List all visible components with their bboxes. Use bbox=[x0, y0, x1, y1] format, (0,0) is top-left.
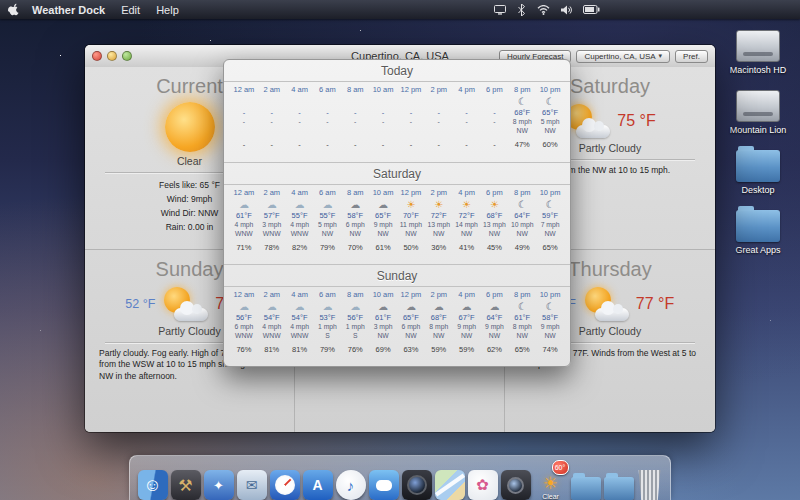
hour-time: 8 am bbox=[347, 85, 364, 95]
hour-cell: 12 pm☁65°F6 mphNW63% bbox=[397, 290, 425, 364]
hourly-section-today: Today12 am---2 am---4 am---6 am---8 am--… bbox=[224, 60, 570, 162]
photo-booth-icon[interactable] bbox=[402, 470, 432, 500]
hour-temp: - bbox=[326, 108, 329, 118]
hour-humidity: 81% bbox=[292, 345, 307, 354]
hour-time: 12 am bbox=[233, 85, 254, 95]
partly-cloudy-icon bbox=[583, 287, 629, 321]
menu-edit[interactable]: Edit bbox=[121, 4, 140, 16]
hour-time: 12 pm bbox=[400, 85, 421, 95]
hour-time: 6 am bbox=[319, 290, 336, 300]
moon-icon: ☾ bbox=[518, 198, 527, 211]
drive-icon bbox=[736, 30, 780, 62]
desktop-icon-label: Macintosh HD bbox=[730, 65, 787, 75]
hour-humidity: - bbox=[382, 140, 385, 149]
hour-cell: 6 am☁53°F1 mphS79% bbox=[314, 290, 342, 364]
volume-icon[interactable] bbox=[561, 5, 572, 15]
hour-wind-speed: - bbox=[438, 118, 440, 127]
hour-cell: 4 pm--- bbox=[453, 85, 481, 160]
hour-wind-dir: NW bbox=[544, 230, 555, 239]
wifi-icon[interactable] bbox=[537, 5, 550, 15]
cloud-icon: ☁ bbox=[378, 300, 388, 313]
itunes-icon[interactable]: ♪ bbox=[336, 470, 366, 500]
sun-icon: ☀ bbox=[434, 198, 443, 211]
desktop-icon-mountain-lion[interactable]: Mountain Lion bbox=[730, 90, 787, 135]
app-store-icon[interactable]: A bbox=[303, 470, 333, 500]
hour-wind-dir: NW bbox=[517, 127, 528, 136]
hour-wind-dir: NW bbox=[405, 332, 416, 341]
hour-wind-speed: 6 mph bbox=[234, 323, 253, 332]
hour-wind-speed: 7 mph bbox=[541, 221, 560, 230]
menu-weather-dock[interactable]: Weather Dock bbox=[32, 4, 105, 16]
weather-dock-icon[interactable]: 60°☀Clear bbox=[534, 462, 568, 500]
folder-icon-1[interactable] bbox=[571, 477, 601, 500]
location-select[interactable]: Cupertino, CA, USA ▾ bbox=[576, 50, 670, 63]
display-icon[interactable] bbox=[494, 5, 506, 15]
safari-icon[interactable] bbox=[270, 470, 300, 500]
photos-icon[interactable]: ✿ bbox=[468, 470, 498, 500]
hour-wind-speed: - bbox=[271, 118, 273, 127]
fog-icon: ☁ bbox=[350, 300, 360, 313]
hour-time: 10 am bbox=[373, 85, 394, 95]
minimize-button[interactable] bbox=[107, 51, 117, 61]
hour-wind-speed: 6 mph bbox=[346, 221, 365, 230]
messages-icon[interactable] bbox=[369, 470, 399, 500]
weather-dock-label: Clear bbox=[542, 493, 559, 500]
pref-button[interactable]: Pref. bbox=[675, 50, 708, 63]
hour-cell: 8 am☁56°F1 mphS76% bbox=[341, 290, 369, 364]
chevron-down-icon: ▾ bbox=[659, 52, 663, 60]
hour-cell: 2 am☁57°F3 mphWNW78% bbox=[258, 188, 286, 262]
close-button[interactable] bbox=[92, 51, 102, 61]
hour-time: 8 am bbox=[347, 188, 364, 198]
hour-wind-speed: 14 mph bbox=[455, 221, 478, 230]
hour-temp: 58°F bbox=[542, 313, 558, 323]
hour-time: 10 am bbox=[373, 290, 394, 300]
hour-humidity: 36% bbox=[431, 243, 446, 252]
hour-wind-dir: NW bbox=[377, 230, 388, 239]
hour-time: 6 pm bbox=[486, 85, 503, 95]
finder-icon[interactable]: ☺ bbox=[138, 470, 168, 500]
hour-time: 12 pm bbox=[400, 188, 421, 198]
hour-humidity: 79% bbox=[320, 243, 335, 252]
camera-app-icon[interactable] bbox=[501, 470, 531, 500]
hour-temp: - bbox=[382, 108, 385, 118]
hour-time: 12 pm bbox=[400, 290, 421, 300]
apple-menu[interactable] bbox=[8, 3, 20, 16]
hammer-app-icon[interactable]: ⚒ bbox=[171, 470, 201, 500]
desktop-icon-desktop[interactable]: Desktop bbox=[736, 150, 780, 195]
hour-wind-speed: 8 mph bbox=[429, 323, 448, 332]
mail-icon[interactable]: ✉ bbox=[237, 470, 267, 500]
hour-wind-speed: - bbox=[298, 118, 300, 127]
zoom-button[interactable] bbox=[122, 51, 132, 61]
hour-cell: 10 pm☾58°F9 mphNW74% bbox=[536, 290, 564, 364]
hour-time: 6 pm bbox=[486, 188, 503, 198]
hour-wind-speed: 8 mph bbox=[513, 323, 532, 332]
hour-wind-speed: - bbox=[493, 118, 495, 127]
hour-humidity: 78% bbox=[264, 243, 279, 252]
hour-temp: 70°F bbox=[403, 211, 419, 221]
hour-cell: 12 pm☀70°F11 mphNW50% bbox=[397, 188, 425, 262]
hour-cell: 4 pm☁67°F9 mphNW59% bbox=[453, 290, 481, 364]
hour-cell: 8 pm☾61°F8 mphNW65% bbox=[508, 290, 536, 364]
battery-icon[interactable] bbox=[583, 5, 600, 14]
hour-humidity: - bbox=[243, 140, 246, 149]
hour-temp: - bbox=[465, 108, 468, 118]
hour-wind-dir: NW bbox=[461, 332, 472, 341]
blue-app-icon[interactable]: ✦ bbox=[204, 470, 234, 500]
desktop-icon-great-apps[interactable]: Great Apps bbox=[735, 210, 780, 255]
hour-cell: 4 am☁55°F4 mphWNW82% bbox=[286, 188, 314, 262]
hour-wind-dir: S bbox=[325, 332, 330, 341]
folder-icon-2[interactable] bbox=[604, 477, 634, 500]
menu-help[interactable]: Help bbox=[156, 4, 179, 16]
desktop-icon-label: Great Apps bbox=[735, 245, 780, 255]
hour-time: 8 pm bbox=[514, 85, 531, 95]
hour-wind-speed: 8 mph bbox=[513, 118, 532, 127]
desktop-icon-macintosh-hd[interactable]: Macintosh HD bbox=[730, 30, 787, 75]
fog-icon: ☁ bbox=[239, 198, 249, 211]
bluetooth-icon[interactable] bbox=[517, 4, 526, 16]
trash-icon[interactable] bbox=[637, 470, 663, 500]
hour-temp: 57°F bbox=[264, 211, 280, 221]
maps-icon[interactable] bbox=[435, 470, 465, 500]
hour-time: 2 pm bbox=[430, 85, 447, 95]
hour-cell: 8 pm☾64°F10 mphNW49% bbox=[508, 188, 536, 262]
hour-wind-speed: 3 mph bbox=[374, 323, 393, 332]
